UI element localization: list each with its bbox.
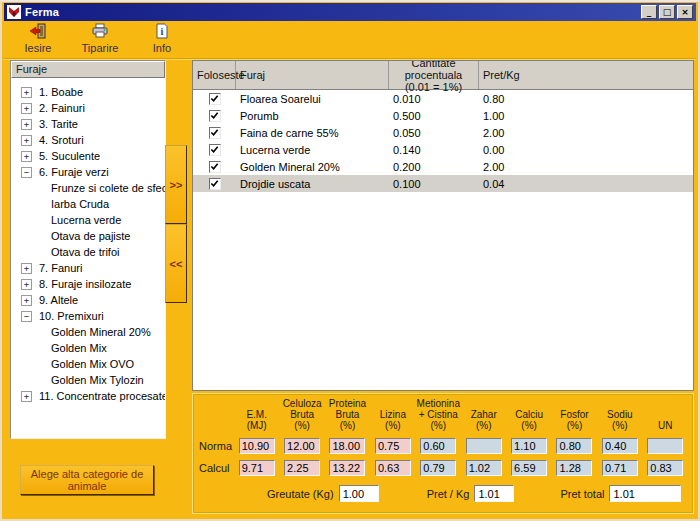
feed-row[interactable]: Faina de carne 55%0.0502.00 [193, 124, 693, 141]
feed-row[interactable]: Porumb0.5001.00 [193, 107, 693, 124]
calcul-value-field[interactable] [647, 460, 683, 476]
tree-item[interactable]: +4. Sroturi [11, 132, 165, 148]
totals-row: Greutate (Kg) Pret / Kg Pret total [199, 485, 687, 502]
tree-child-item[interactable]: Golden Mix [11, 340, 165, 356]
tree-child-item[interactable]: Golden Mix OVO [11, 356, 165, 372]
tree-item[interactable]: −10. Premixuri [11, 308, 165, 324]
window-controls: _ □ × [641, 5, 693, 19]
choose-category-button[interactable]: Alege alta categorie de animale [20, 465, 154, 495]
feed-row[interactable]: Golden Mineral 20%0.2002.00 [193, 158, 693, 175]
tree-item[interactable]: +11. Concentrate procesate [11, 388, 165, 404]
norma-value-field[interactable] [284, 438, 320, 454]
ration-table: Foloseste Furaj Cantitate procentuala (0… [192, 60, 694, 391]
tree-item[interactable]: +8. Furaje insilozate [11, 276, 165, 292]
expand-icon[interactable]: + [21, 103, 32, 114]
feed-quantity: 0.500 [389, 110, 479, 122]
norma-value-field[interactable] [602, 438, 638, 454]
tree-item-label: 4. Sroturi [39, 134, 84, 146]
calcul-value-field[interactable] [602, 460, 638, 476]
use-checkbox[interactable] [209, 144, 221, 156]
tree-child-item[interactable]: Otava de pajiste [11, 228, 165, 244]
total-price-label: Pret total [560, 488, 604, 500]
app-window: Ferma _ □ × Iesire Tiparire i Info Furaj… [0, 0, 700, 521]
calcul-value-field[interactable] [511, 460, 547, 476]
calcul-value-field[interactable] [375, 460, 411, 476]
calcul-value-field[interactable] [556, 460, 592, 476]
calcul-value-field[interactable] [329, 460, 365, 476]
tree-item-label: 5. Suculente [39, 150, 100, 162]
norma-value-field[interactable] [329, 438, 365, 454]
tree-item[interactable]: +1. Boabe [11, 84, 165, 100]
tree-item[interactable]: −6. Furaje verzi [11, 164, 165, 180]
calcul-value-field[interactable] [420, 460, 456, 476]
tree-item[interactable]: +3. Tarite [11, 116, 165, 132]
feed-price: 0.80 [479, 93, 693, 105]
total-price-input[interactable] [609, 485, 681, 502]
expand-icon[interactable]: + [21, 151, 32, 162]
tree-child-item[interactable]: Iarba Cruda [11, 196, 165, 212]
window-title: Ferma [25, 6, 59, 18]
expand-icon[interactable]: + [21, 135, 32, 146]
expand-icon[interactable]: + [21, 263, 32, 274]
use-checkbox[interactable] [209, 178, 221, 190]
print-button[interactable]: Tiparire [74, 23, 126, 57]
nutrient-column-label: UN [644, 420, 687, 432]
tree-item[interactable]: +9. Altele [11, 292, 165, 308]
tree-child-item[interactable]: Otava de trifoi [11, 244, 165, 260]
collapse-icon[interactable]: − [21, 167, 32, 178]
tree-item[interactable]: +2. Fainuri [11, 100, 165, 116]
feed-price: 0.04 [479, 178, 693, 190]
tree-child-item[interactable]: Frunze si colete de sfecla [11, 180, 165, 196]
expand-icon[interactable]: + [21, 391, 32, 402]
feed-quantity: 0.200 [389, 161, 479, 173]
tree-child-item[interactable]: Lucerna verde [11, 212, 165, 228]
maximize-button[interactable]: □ [659, 5, 675, 19]
norma-row-label: Norma [199, 440, 233, 452]
norma-value-field[interactable] [556, 438, 592, 454]
nutrient-column-label: Celuloza Bruta (%) [280, 398, 323, 432]
tree-item-label: 10. Premixuri [39, 310, 104, 322]
use-checkbox[interactable] [209, 93, 221, 105]
price-per-kg-input[interactable] [474, 485, 514, 502]
feed-name: Drojdie uscata [236, 178, 389, 190]
norma-value-field[interactable] [420, 438, 456, 454]
use-checkbox[interactable] [209, 127, 221, 139]
print-button-label: Tiparire [82, 42, 119, 54]
collapse-icon[interactable]: − [21, 311, 32, 322]
close-button[interactable]: × [677, 5, 693, 19]
weight-input[interactable] [339, 485, 379, 502]
norma-value-field[interactable] [647, 438, 683, 454]
feed-row[interactable]: Lucerna verde0.1400.00 [193, 141, 693, 158]
tree-child-item[interactable]: Golden Mineral 20% [11, 324, 165, 340]
norma-value-field[interactable] [375, 438, 411, 454]
minimize-button[interactable]: _ [641, 5, 657, 19]
add-feed-button[interactable]: >> [165, 145, 187, 224]
tree-child-item[interactable]: Golden Mix Tylozin [11, 372, 165, 388]
tree-item[interactable]: +5. Suculente [11, 148, 165, 164]
expand-icon[interactable]: + [21, 87, 32, 98]
nutrient-column-label: Fosfor (%) [553, 409, 596, 432]
norma-value-field[interactable] [239, 438, 275, 454]
use-checkbox[interactable] [209, 161, 221, 173]
expand-icon[interactable]: + [21, 279, 32, 290]
expand-icon[interactable]: + [21, 295, 32, 306]
calcul-value-field[interactable] [239, 460, 275, 476]
expand-icon[interactable]: + [21, 119, 32, 130]
tree-item[interactable]: +7. Fanuri [11, 260, 165, 276]
exit-button[interactable]: Iesire [12, 23, 64, 57]
tree-child-label: Golden Mix Tylozin [51, 374, 144, 386]
norma-value-field[interactable] [466, 438, 502, 454]
nutrient-grid-corner [199, 415, 233, 416]
remove-feed-button[interactable]: << [165, 224, 187, 303]
tree-child-label: Otava de pajiste [51, 230, 131, 242]
feed-quantity: 0.140 [389, 144, 479, 156]
calcul-value-field[interactable] [466, 460, 502, 476]
feed-price: 1.00 [479, 110, 693, 122]
feed-row[interactable]: Floarea Soarelui0.0100.80 [193, 90, 693, 107]
feed-row[interactable]: Drojdie uscata0.1000.04 [193, 175, 693, 192]
use-checkbox[interactable] [209, 110, 221, 122]
info-button[interactable]: i Info [136, 23, 188, 57]
feed-quantity: 0.010 [389, 93, 479, 105]
norma-value-field[interactable] [511, 438, 547, 454]
calcul-value-field[interactable] [284, 460, 320, 476]
